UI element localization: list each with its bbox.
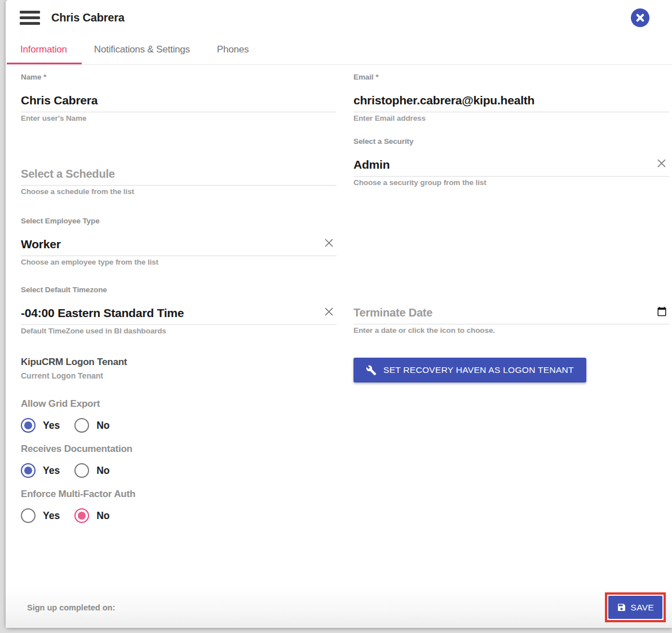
save-button[interactable]: SAVE (608, 596, 662, 619)
enforce-mfa-yes[interactable]: Yes (21, 508, 60, 523)
radio-selected-icon (74, 508, 89, 523)
timezone-label: Select Default Timezone (21, 285, 337, 294)
radio-selected-icon (21, 463, 36, 478)
tab-bar: Information Notifications & Settings Pho… (6, 37, 672, 65)
email-value: christopher.cabrera@kipu.health (353, 93, 669, 108)
radio-unselected-icon (74, 463, 89, 478)
email-label: Email * (353, 73, 669, 81)
schedule-select[interactable]: Select a Schedule (21, 166, 337, 186)
active-tab-indicator (7, 63, 82, 64)
right-column: Email * christopher.cabrera@kipu.health … (353, 73, 669, 523)
name-field-group: Name * Chris Cabrera Enter user's Name (21, 73, 337, 122)
enforce-mfa-no[interactable]: No (74, 508, 109, 523)
employee-type-helper: Choose an employee type from the list (21, 258, 337, 266)
name-helper: Enter user's Name (21, 114, 337, 122)
calendar-icon[interactable] (657, 305, 667, 320)
close-button[interactable] (631, 8, 649, 27)
receives-documentation-no[interactable]: No (74, 463, 109, 478)
user-edit-modal: Chris Cabrera Information Notifications … (6, 0, 672, 628)
logon-tenant-helper: Current Logon Tenant (21, 371, 337, 380)
allow-grid-export-no[interactable]: No (74, 418, 109, 433)
clear-timezone-icon[interactable] (324, 306, 334, 320)
security-field-group: Select a Security Admin Choose a securit… (353, 137, 669, 187)
page-title: Chris Cabrera (51, 11, 125, 24)
allow-grid-export-label: Allow Grid Export (21, 398, 337, 410)
modal-header: Chris Cabrera (6, 0, 672, 27)
schedule-helper: Choose a schedule from the list (21, 187, 337, 196)
clear-security-icon[interactable] (656, 157, 667, 172)
security-select[interactable]: Admin (353, 157, 669, 177)
save-button-highlight: SAVE (605, 592, 666, 622)
wrench-icon (366, 365, 377, 376)
email-input[interactable]: christopher.cabrera@kipu.health (353, 93, 669, 112)
timezone-helper: Default TimeZone used in BI dashboards (21, 327, 337, 335)
receives-documentation-group: Receives Documentation Yes No (21, 443, 337, 478)
employee-type-value: Worker (21, 237, 324, 252)
save-button-label: SAVE (631, 603, 654, 613)
timezone-select[interactable]: -04:00 Eastern Standard Time (21, 306, 337, 325)
security-helper: Choose a security group from the list (353, 178, 669, 187)
timezone-field-group: Select Default Timezone -04:00 Eastern S… (21, 285, 337, 335)
allow-grid-export-group: Allow Grid Export Yes No (21, 398, 337, 433)
enforce-mfa-group: Enforce Multi-Factor Auth Yes No (21, 489, 337, 523)
logon-tenant-group: KipuCRM Logon Tenant Current Logon Tenan… (21, 357, 337, 380)
security-label: Select a Security (353, 137, 669, 146)
receives-documentation-label: Receives Documentation (21, 443, 337, 455)
logon-tenant-label: KipuCRM Logon Tenant (21, 357, 337, 368)
signup-completed-label: Sign up completed on: (27, 603, 115, 612)
email-field-group: Email * christopher.cabrera@kipu.health … (353, 73, 669, 122)
hamburger-menu-icon[interactable] (20, 11, 40, 25)
set-logon-tenant-label: SET RECOVERY HAVEN AS LOGON TENANT (383, 365, 574, 375)
name-value: Chris Cabrera (21, 93, 337, 108)
tab-phones[interactable]: Phones (204, 37, 262, 64)
save-icon (617, 603, 626, 612)
allow-grid-export-yes[interactable]: Yes (21, 418, 60, 433)
radio-unselected-icon (74, 418, 89, 433)
tab-information[interactable]: Information (7, 37, 81, 64)
terminate-date-field-group: Terminate Date Enter a date or click the… (353, 293, 669, 335)
schedule-field-group: Select a Schedule Choose a schedule from… (21, 155, 337, 196)
receives-documentation-yes[interactable]: Yes (21, 463, 60, 478)
clear-employee-type-icon[interactable] (324, 237, 334, 252)
left-column: Name * Chris Cabrera Enter user's Name S… (21, 73, 337, 523)
enforce-mfa-label: Enforce Multi-Factor Auth (21, 489, 337, 500)
employee-type-select[interactable]: Worker (21, 237, 337, 256)
employee-type-field-group: Select Employee Type Worker Choose an em… (21, 217, 337, 266)
terminate-date-placeholder: Terminate Date (353, 305, 657, 320)
terminate-date-helper: Enter a date or click the icon to choose… (353, 326, 669, 335)
email-helper: Enter Email address (353, 114, 669, 122)
close-icon (634, 12, 646, 24)
modal-footer: Sign up completed on: SAVE (6, 587, 672, 628)
name-label: Name * (21, 73, 337, 81)
form-content: Name * Chris Cabrera Enter user's Name S… (6, 65, 672, 523)
tab-notifications-settings[interactable]: Notifications & Settings (81, 37, 204, 64)
terminate-date-input[interactable]: Terminate Date (353, 305, 669, 324)
schedule-placeholder: Select a Schedule (21, 166, 337, 181)
radio-selected-icon (21, 418, 36, 433)
name-input[interactable]: Chris Cabrera (21, 93, 337, 112)
security-value: Admin (353, 157, 656, 172)
employee-type-label: Select Employee Type (21, 217, 337, 225)
radio-unselected-icon (21, 508, 36, 523)
set-logon-tenant-button[interactable]: SET RECOVERY HAVEN AS LOGON TENANT (353, 358, 586, 383)
timezone-value: -04:00 Eastern Standard Time (21, 306, 324, 320)
